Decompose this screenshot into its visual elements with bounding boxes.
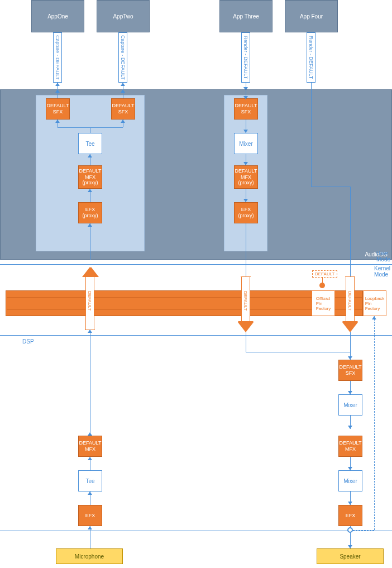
render-efx-proxy: EFX (proxy) [234,202,258,223]
dsp-efx-right: EFX [338,505,362,526]
kernel-mode-label: Kernel Mode [374,265,390,278]
capture-efx-proxy: EFX (proxy) [78,202,102,223]
capture-mfx-proxy: DEFAULT MFX (proxy) [78,165,102,189]
speaker-device: Speaker [317,548,384,564]
dsp-mfx-left: DEFAULT MFX [78,436,102,457]
app-two: AppTwo [97,0,150,32]
arrow-label-2: DEFAULT [243,291,248,311]
capture-sfx-2: DEFAULT SFX [111,98,135,120]
app-four: App Four [285,0,338,32]
dsp-sfx-right: DEFAULT SFX [338,360,362,381]
app-one: AppOne [31,0,84,32]
user-mode-label: User Mode [376,250,390,262]
dsp-mixer2-right: Mixer [338,470,362,491]
dsp-efx-left: EFX [78,505,102,526]
render-mfx-proxy: DEFAULT MFX (proxy) [234,165,258,189]
app-three: App Three [219,0,273,32]
dsp-tee-left: Tee [78,470,102,491]
conn-capture-1: Capture - DEFAULT [53,32,62,83]
capture-tee: Tee [78,133,102,154]
dsp-label: DSP [22,338,34,345]
arrow-label-3: DEFAULT [347,291,352,311]
default-tag: DEFAULT [312,270,337,278]
offload-pin: Offload Pin Factory [312,290,335,316]
arrow-label-1: DEFAULT [87,291,92,311]
conn-capture-2: Capture - DEFAULT [118,32,127,83]
conn-render-2: Render - DEFAULT [307,32,315,83]
render-sfx-top: DEFAULT SFX [234,98,258,120]
render-mixer-top: Mixer [234,133,258,154]
loopback-circle [347,527,353,533]
orange-bar [6,290,363,316]
microphone-device: Microphone [56,548,123,564]
conn-render-1: Render - DEFAULT [241,32,250,83]
dsp-mixer1-right: Mixer [338,394,362,416]
circle-offload [319,283,325,288]
loopback-pin: Loopback Pin Factory [363,290,386,316]
dsp-mfx-right: DEFAULT MFX [338,436,362,457]
capture-sfx-1: DEFAULT SFX [46,98,70,120]
